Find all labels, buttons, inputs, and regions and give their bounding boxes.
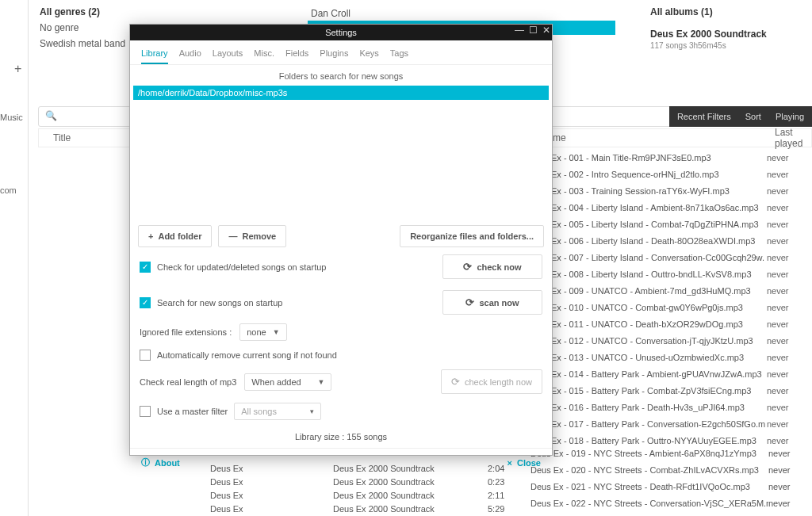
table-row[interactable]: Ex - 017 - Battery Park - Conversation-E… (551, 415, 812, 432)
master-filter-label: Use a master filter (157, 407, 228, 416)
albums-header[interactable]: All albums (1) (650, 6, 767, 17)
table-row[interactable]: Deus Ex - 022 - NYC Streets - Conversati… (530, 495, 808, 511)
scan-now-button[interactable]: scan now (442, 290, 542, 315)
info-icon: ⓘ (141, 457, 150, 468)
section-header: Folders to search for new songs (130, 65, 552, 84)
track-filename: Ex - 014 - Battery Park - Ambient-gPUAVn… (551, 369, 767, 379)
check-now-button[interactable]: check now (442, 254, 542, 279)
recent-filters-button[interactable]: Recent Filters (677, 112, 731, 121)
table-row[interactable]: Ex - 002 - Intro Sequence-orHNj_d2tlo.mp… (551, 166, 812, 182)
track-last-played: never (767, 419, 806, 429)
tab-tags[interactable]: Tags (390, 45, 408, 64)
close-icon[interactable]: ✕ (542, 25, 550, 36)
track-last-played: never (767, 203, 806, 212)
maximize-icon[interactable]: ☐ (529, 25, 538, 36)
track-last-played: never (768, 465, 808, 475)
table-row[interactable]: Ex - 012 - UNATCO - Conversation-jT-qjyJ… (551, 332, 812, 349)
col-last-played[interactable]: Last played (775, 127, 811, 149)
track-filename: Ex - 012 - UNATCO - Conversation-jT-qjyJ… (551, 336, 767, 346)
table-row[interactable]: Ex - 009 - UNATCO - Ambient-7md_gd3HuMQ.… (551, 282, 812, 299)
search-new-label: Search for new songs on startup (157, 298, 282, 308)
track-last-played: never (767, 220, 806, 229)
table-row[interactable]: Ex - 011 - UNATCO - Death-bXzOR29wDOg.mp… (551, 315, 812, 332)
reorganize-button[interactable]: Reorganize files and folders... (400, 225, 544, 247)
table-row[interactable]: Ex - 015 - Battery Park - Combat-ZpV3fsi… (551, 382, 812, 399)
chevron-down-icon: ▼ (273, 328, 280, 336)
refresh-icon (465, 296, 474, 308)
tab-misc[interactable]: Misc. (254, 45, 274, 64)
track-last-played: never (767, 253, 806, 262)
track-filename: Ex - 009 - UNATCO - Ambient-7md_gd3HuMQ.… (551, 286, 767, 296)
add-folder-button[interactable]: + Add folder (138, 225, 212, 247)
track-last-played: never (767, 403, 806, 412)
artist-row[interactable]: Dan Croll (308, 6, 615, 21)
track-filename: Ex - 013 - UNATCO - Unused-uOzmbwiedXc.m… (551, 353, 767, 362)
folder-list[interactable]: /home/derrik/Data/Dropbox/misc-mp3s (133, 86, 549, 222)
genres-header[interactable]: All genres (2) (40, 6, 301, 17)
check-length-label: Check real length of mp3 (140, 377, 236, 387)
folder-path-item[interactable]: /home/derrik/Data/Dropbox/misc-mp3s (133, 86, 549, 100)
table-row[interactable]: Ex - 006 - Liberty Island - Death-80O28e… (551, 232, 812, 249)
check-length-select[interactable]: When added ▼ (244, 373, 331, 391)
refresh-icon (451, 376, 460, 388)
tab-audio[interactable]: Audio (179, 45, 201, 64)
check-length-now-label: check length now (465, 377, 532, 387)
table-row[interactable]: Ex - 008 - Liberty Island - Outtro-bndLL… (551, 266, 812, 282)
tab-library[interactable]: Library (141, 45, 168, 64)
table-row[interactable]: Ex - 001 - Main Title-Rm9PJNF3sE0.mp3nev… (551, 149, 812, 166)
table-row[interactable]: Deus Ex - 023 - NYC Bar - Ambient-SM-2hC… (530, 511, 808, 516)
table-row[interactable]: Deus Ex - 019 - NYC Streets - Ambient-6a… (530, 445, 808, 461)
track-last-played: never (768, 482, 808, 491)
master-filter-checkbox[interactable] (140, 406, 151, 417)
search-new-checkbox[interactable]: ✓ (140, 297, 151, 308)
minus-icon: — (228, 231, 237, 241)
sort-button[interactable]: Sort (745, 112, 761, 121)
settings-dialog: Settings — ☐ ✕ Library Audio Layouts Mis… (129, 24, 553, 456)
table-row[interactable]: Deus ExDeus Ex 2000 Soundtrack2:11 (210, 488, 551, 502)
check-updated-checkbox[interactable]: ✓ (140, 262, 151, 273)
table-row[interactable]: Ex - 016 - Battery Park - Death-Hv3s_uPJ… (551, 399, 812, 415)
scan-now-label: scan now (479, 298, 519, 308)
check-length-now-button[interactable]: check length now (441, 369, 542, 394)
filters-bar: Recent Filters Sort Playing (669, 106, 812, 127)
tab-plugins[interactable]: Plugins (320, 45, 348, 64)
dialog-titlebar[interactable]: Settings — ☐ ✕ (130, 25, 552, 40)
table-row[interactable]: Ex - 010 - UNATCO - Combat-gw0Y6wPg0js.m… (551, 299, 812, 315)
table-row[interactable]: Deus ExDeus Ex 2000 Soundtrack5:29 (210, 502, 551, 515)
auto-remove-checkbox[interactable] (140, 350, 151, 361)
table-row[interactable]: Ex - 013 - UNATCO - Unused-uOzmbwiedXc.m… (551, 349, 812, 365)
chevron-down-icon: ▼ (317, 378, 324, 386)
track-list-lower: Deus Ex - 019 - NYC Streets - Ambient-6a… (530, 445, 808, 516)
minimize-icon[interactable]: — (515, 25, 524, 36)
playing-button[interactable]: Playing (776, 112, 804, 121)
track-last-played: never (767, 303, 806, 312)
table-row[interactable]: Deus Ex - 021 - NYC Streets - Death-RFdt… (530, 478, 808, 495)
about-button[interactable]: ⓘ About (141, 457, 180, 468)
album-title[interactable]: Deus Ex 2000 Soundtrack (650, 29, 767, 40)
track-last-played: never (768, 499, 808, 508)
add-tab-button[interactable]: + (14, 62, 21, 76)
library-size-label: Library size : 155 songs (130, 426, 552, 448)
track-filename: Ex - 003 - Training Session-raTY6x-WyFI.… (551, 186, 767, 196)
settings-tabs: Library Audio Layouts Misc. Fields Plugi… (130, 40, 552, 65)
track-last-played: never (767, 153, 806, 162)
track-last-played: never (767, 353, 806, 362)
table-row[interactable]: Ex - 005 - Liberty Island - Combat-7qDgZ… (551, 216, 812, 232)
tab-keys[interactable]: Keys (359, 45, 378, 64)
table-row[interactable]: Ex - 003 - Training Session-raTY6x-WyFI.… (551, 182, 812, 199)
ignored-ext-select[interactable]: none ▼ (239, 323, 286, 341)
close-button[interactable]: × Close (508, 458, 541, 468)
col-name[interactable]: me (553, 132, 566, 143)
remove-folder-button[interactable]: — Remove (218, 225, 286, 247)
tab-layouts[interactable]: Layouts (213, 45, 243, 64)
check-length-value: When added (251, 377, 301, 387)
table-row[interactable]: Deus Ex - 020 - NYC Streets - Combat-ZhI… (530, 461, 808, 478)
table-row[interactable]: Ex - 007 - Liberty Island - Conversation… (551, 249, 812, 266)
track-last-played: never (767, 436, 806, 445)
table-row[interactable]: Ex - 004 - Liberty Island - Ambient-8n71… (551, 199, 812, 216)
table-row[interactable]: Ex - 014 - Battery Park - Ambient-gPUAVn… (551, 365, 812, 382)
tab-fields[interactable]: Fields (285, 45, 308, 64)
add-folder-label: Add folder (158, 231, 201, 241)
table-row[interactable]: Deus ExDeus Ex 2000 Soundtrack0:23 (210, 475, 551, 488)
check-updated-label: Check for updated/deleted songs on start… (157, 262, 326, 272)
